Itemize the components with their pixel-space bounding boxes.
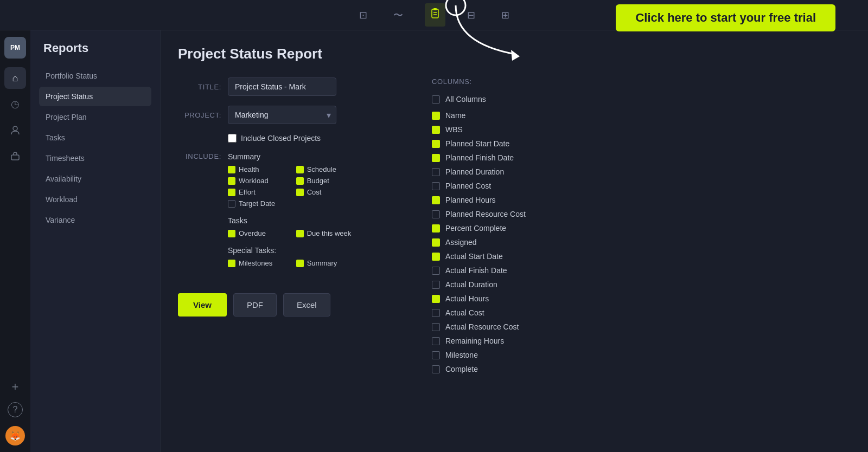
excel-button[interactable]: Excel — [283, 293, 330, 317]
project-select[interactable]: Marketing Development Design Operations — [228, 106, 336, 124]
overdue-item: Overdue — [228, 229, 283, 237]
avatar[interactable]: 🦊 — [5, 426, 25, 445]
health-item: Health — [228, 165, 283, 173]
toolbar: ⊡ 〜 ⊟ ⊞ Click here to start your free tr… — [0, 0, 868, 30]
scan-icon[interactable]: ⊡ — [355, 5, 372, 25]
svg-rect-1 — [433, 8, 437, 10]
col-percent-complete-checkbox[interactable] — [432, 224, 440, 233]
help-icon[interactable]: ? — [8, 402, 23, 417]
col-planned-cost-checkbox[interactable] — [432, 182, 440, 190]
form-left: TITLE: PROJECT: Marketing Development De… — [178, 78, 406, 374]
people-icon[interactable] — [4, 119, 26, 141]
all-columns-checkbox[interactable] — [432, 95, 440, 104]
svg-rect-7 — [11, 155, 19, 160]
columns-section: COLUMNS: All Columns Name WBS — [432, 78, 851, 374]
special-tasks-items: Milestones Summary — [228, 259, 351, 267]
col-planned-resource-cost: Planned Resource Cost — [432, 207, 846, 221]
col-remaining-hours-checkbox[interactable] — [432, 337, 440, 345]
workload-checkbox[interactable] — [228, 177, 235, 185]
sidebar-item-portfolio-status[interactable]: Portfolio Status — [39, 66, 151, 86]
effort-checkbox[interactable] — [228, 189, 235, 196]
col-planned-duration: Planned Duration — [432, 165, 846, 179]
col-actual-hours-checkbox[interactable] — [432, 295, 440, 303]
overdue-checkbox[interactable] — [228, 230, 235, 237]
free-trial-banner[interactable]: Click here to start your free trial — [616, 4, 835, 31]
col-planned-start-checkbox[interactable] — [432, 140, 440, 148]
target-date-item: Target Date — [228, 199, 283, 208]
sidebar-item-timesheets[interactable]: Timesheets — [39, 148, 151, 168]
milestones-item: Milestones — [228, 259, 283, 267]
project-label: PROJECT: — [178, 111, 221, 119]
col-actual-duration: Actual Duration — [432, 277, 846, 292]
page-title: Project Status Report — [178, 46, 851, 62]
col-actual-start-label: Actual Start Date — [445, 252, 503, 261]
columns-label: COLUMNS: — [432, 78, 851, 86]
milestones-checkbox[interactable] — [228, 260, 235, 267]
sidebar-item-project-plan[interactable]: Project Plan — [39, 107, 151, 127]
title-input[interactable] — [228, 78, 336, 96]
clipboard-icon[interactable] — [425, 3, 445, 27]
col-planned-resource-cost-checkbox[interactable] — [432, 210, 440, 218]
col-name-checkbox[interactable] — [432, 112, 440, 120]
col-actual-finish-checkbox[interactable] — [432, 267, 440, 275]
form-section: TITLE: PROJECT: Marketing Development De… — [178, 78, 851, 374]
due-this-week-label: Due this week — [307, 229, 352, 237]
sidebar-item-tasks[interactable]: Tasks — [39, 128, 151, 147]
budget-checkbox[interactable] — [296, 177, 304, 185]
link-icon[interactable]: ⊟ — [463, 5, 480, 25]
col-planned-hours: Planned Hours — [432, 193, 846, 207]
sidebar-item-variance[interactable]: Variance — [39, 210, 151, 230]
target-date-label: Target Date — [239, 199, 275, 208]
col-actual-finish: Actual Finish Date — [432, 263, 846, 277]
view-button[interactable]: View — [178, 293, 227, 317]
col-actual-start-checkbox[interactable] — [432, 253, 440, 261]
col-planned-duration-checkbox[interactable] — [432, 168, 440, 176]
due-this-week-checkbox[interactable] — [296, 230, 304, 237]
col-actual-cost-checkbox[interactable] — [432, 309, 440, 317]
waveform-icon[interactable]: 〜 — [389, 4, 407, 26]
summary-special-label: Summary — [307, 259, 337, 267]
col-actual-duration-label: Actual Duration — [445, 280, 497, 289]
sidebar-item-workload[interactable]: Workload — [39, 190, 151, 209]
col-milestone-checkbox[interactable] — [432, 351, 440, 359]
col-planned-finish-checkbox[interactable] — [432, 154, 440, 162]
col-complete-checkbox[interactable] — [432, 365, 440, 373]
project-select-wrapper: Marketing Development Design Operations … — [228, 106, 336, 124]
col-planned-cost-label: Planned Cost — [445, 182, 491, 190]
sidebar-item-project-status[interactable]: Project Status — [39, 87, 151, 106]
col-wbs: WBS — [432, 122, 846, 137]
summary-subsection: Summary Health Schedule — [228, 152, 351, 208]
col-actual-resource-cost-label: Actual Resource Cost — [445, 322, 519, 331]
include-closed-checkbox[interactable] — [228, 134, 237, 143]
split-icon[interactable]: ⊞ — [497, 5, 514, 25]
col-planned-hours-checkbox[interactable] — [432, 196, 440, 204]
col-actual-start: Actual Start Date — [432, 249, 846, 263]
col-remaining-hours: Remaining Hours — [432, 334, 846, 348]
health-checkbox[interactable] — [228, 166, 235, 173]
main-body: PM ⌂ ◷ + ? 🦊 Reports Portfolio Status Pr… — [0, 30, 868, 452]
logo-icon[interactable]: PM — [4, 37, 26, 59]
col-assigned-checkbox[interactable] — [432, 238, 440, 247]
sidebar-item-availability[interactable]: Availability — [39, 169, 151, 189]
milestones-label: Milestones — [239, 259, 272, 267]
col-actual-resource-cost-checkbox[interactable] — [432, 323, 440, 331]
home-icon[interactable]: ⌂ — [4, 67, 26, 89]
cost-checkbox[interactable] — [296, 189, 304, 196]
health-label: Health — [239, 165, 259, 173]
workload-label: Workload — [239, 177, 269, 185]
special-tasks-title: Special Tasks: — [228, 246, 351, 255]
briefcase-icon[interactable] — [4, 145, 26, 167]
plus-icon[interactable]: + — [4, 376, 26, 398]
sidebar-title: Reports — [39, 41, 151, 55]
clock-icon[interactable]: ◷ — [4, 93, 26, 115]
schedule-item: Schedule — [296, 165, 352, 173]
col-assigned-label: Assigned — [445, 238, 477, 247]
col-actual-finish-label: Actual Finish Date — [445, 266, 507, 275]
col-actual-duration-checkbox[interactable] — [432, 281, 440, 289]
schedule-checkbox[interactable] — [296, 166, 304, 173]
col-wbs-checkbox[interactable] — [432, 126, 440, 134]
summary-special-checkbox[interactable] — [296, 260, 304, 267]
pdf-button[interactable]: PDF — [233, 293, 277, 317]
target-date-checkbox[interactable] — [228, 200, 235, 208]
col-milestone: Milestone — [432, 348, 846, 362]
